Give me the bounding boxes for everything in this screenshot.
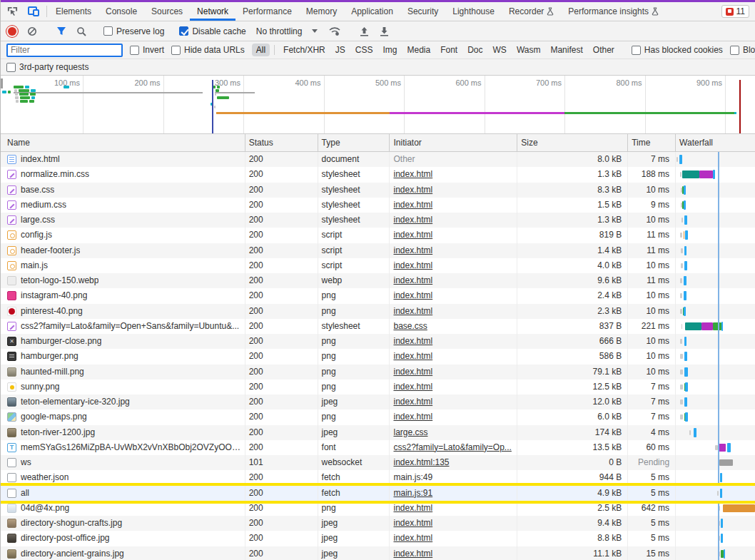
request-name-cell[interactable]: directory-post-office.jpg xyxy=(1,531,245,546)
tab-security[interactable]: Security xyxy=(400,2,445,21)
network-conditions-icon[interactable] xyxy=(328,24,342,39)
request-row-directory-ancient-grains-jpg[interactable]: directory-ancient-grains.jpg200jpegindex… xyxy=(1,546,755,560)
column-header-type[interactable]: Type xyxy=(318,134,390,151)
disable-cache-checkbox[interactable]: Disable cache xyxy=(179,26,245,36)
request-name-cell[interactable]: header-footer.js xyxy=(1,243,245,258)
column-header-initiator[interactable]: Initiator xyxy=(390,134,517,151)
request-name-cell[interactable]: TmemSYaGs126MiZpBA-UvWbX2vVnXBbObj2OVZyO… xyxy=(1,440,245,455)
request-name-cell[interactable]: 04d@4x.png xyxy=(1,501,245,516)
initiator-cell[interactable]: index.html xyxy=(390,288,517,303)
request-row-teton-river-1200-jpg[interactable]: teton-river-1200.jpg200jpeglarge.css174 … xyxy=(1,425,755,440)
initiator-cell[interactable]: index.html xyxy=(390,243,517,258)
column-header-waterfall[interactable]: Waterfall xyxy=(676,134,755,151)
invert-checkbox[interactable]: Invert xyxy=(130,45,164,55)
filter-chip-js[interactable]: JS xyxy=(331,44,350,56)
request-row-instagram-40-png[interactable]: instagram-40.png200pngindex.html2.4 kB10… xyxy=(1,288,755,303)
filter-chip-other[interactable]: Other xyxy=(589,44,619,56)
request-name-cell[interactable]: weather.json xyxy=(1,470,245,485)
checkbox[interactable] xyxy=(179,26,188,36)
filter-chip-css[interactable]: CSS xyxy=(351,44,378,56)
request-name-cell[interactable]: pinterest-40.png xyxy=(1,304,245,319)
checkbox[interactable] xyxy=(103,26,113,36)
request-name-cell[interactable]: teton-river-1200.jpg xyxy=(1,425,245,440)
request-row-hamburger-close-png[interactable]: ✕hamburger-close.png200pngindex.html666 … xyxy=(1,334,755,349)
tab-console[interactable]: Console xyxy=(98,2,144,21)
request-row-ws[interactable]: ws101websocketindex.html:1350 BPending xyxy=(1,455,755,470)
tab-recorder[interactable]: Recorder xyxy=(502,2,561,21)
request-name-cell[interactable]: css2?family=Lato&family=Open+Sans&family… xyxy=(1,319,245,334)
request-row-google-maps-png[interactable]: google-maps.png200pngindex.html6.0 kB7 m… xyxy=(1,409,755,424)
request-name-cell[interactable]: teton-logo-150.webp xyxy=(1,273,245,288)
request-name-cell[interactable]: directory-shogun-crafts.jpg xyxy=(1,516,245,531)
request-row-04d-4x-png[interactable]: 04d@4x.png200pngindex.html2.5 kB642 ms xyxy=(1,501,755,516)
filter-chip-fetch-xhr[interactable]: Fetch/XHR xyxy=(279,44,330,56)
initiator-cell[interactable]: base.css xyxy=(390,319,517,334)
request-row-config-js[interactable]: config.js200scriptindex.html819 B11 ms xyxy=(1,228,755,243)
column-header-status[interactable]: Status xyxy=(245,134,318,151)
clear-button[interactable] xyxy=(25,24,39,39)
filter-chip-media[interactable]: Media xyxy=(402,44,435,56)
tab-sources[interactable]: Sources xyxy=(144,2,190,21)
checkbox[interactable] xyxy=(6,63,16,72)
checkbox[interactable] xyxy=(632,46,641,55)
tab-elements[interactable]: Elements xyxy=(49,2,98,21)
filter-chip-manifest[interactable]: Manifest xyxy=(546,44,587,56)
third-party-checkbox[interactable]: 3rd-party requests xyxy=(6,62,88,72)
filter-chip-img[interactable]: Img xyxy=(378,44,401,56)
initiator-cell[interactable]: index.html:135 xyxy=(390,455,517,470)
initiator-cell[interactable]: index.html xyxy=(390,273,517,288)
initiator-cell[interactable]: main.js:91 xyxy=(390,486,517,501)
request-name-cell[interactable]: ✕hamburger-close.png xyxy=(1,334,245,349)
initiator-cell[interactable]: index.html xyxy=(390,394,517,409)
filter-chip-font[interactable]: Font xyxy=(436,44,462,56)
filter-toggle-icon[interactable] xyxy=(54,24,69,39)
initiator-cell[interactable]: index.html xyxy=(390,304,517,319)
tab-network[interactable]: Network xyxy=(190,2,235,21)
request-name-cell[interactable]: normalize.min.css xyxy=(1,167,245,182)
initiator-cell[interactable]: index.html xyxy=(390,183,517,198)
initiator-cell[interactable]: index.html xyxy=(390,501,517,516)
initiator-cell[interactable]: index.html xyxy=(390,213,517,228)
has-blocked-cookies-checkbox[interactable]: Has blocked cookies xyxy=(632,45,723,55)
request-name-cell[interactable]: directory-ancient-grains.jpg xyxy=(1,546,245,560)
request-name-cell[interactable]: base.css xyxy=(1,183,245,198)
filter-chip-doc[interactable]: Doc xyxy=(463,44,487,56)
tab-performance[interactable]: Performance xyxy=(235,2,299,21)
initiator-cell[interactable]: index.html xyxy=(390,228,517,243)
request-row-teton-elementary-ice-320-jpg[interactable]: teton-elementary-ice-320.jpg200jpegindex… xyxy=(1,394,755,409)
initiator-cell[interactable]: index.html xyxy=(390,167,517,182)
overview-left-handle[interactable] xyxy=(1,78,3,88)
network-overview-timeline[interactable]: 100 ms200 ms300 ms400 ms500 ms600 ms700 … xyxy=(1,76,755,134)
tab-application[interactable]: Application xyxy=(344,2,400,21)
request-row-directory-post-office-jpg[interactable]: directory-post-office.jpg200jpegindex.ht… xyxy=(1,531,755,546)
initiator-cell[interactable]: index.html xyxy=(390,531,517,546)
preserve-log-checkbox[interactable]: Preserve log xyxy=(103,26,164,36)
device-toolbar-icon[interactable] xyxy=(26,4,41,19)
request-name-cell[interactable]: config.js xyxy=(1,228,245,243)
request-name-cell[interactable]: main.js xyxy=(1,258,245,273)
request-name-cell[interactable]: large.css xyxy=(1,213,245,228)
request-row-sunny-png[interactable]: sunny.png200pngindex.html12.5 kB7 ms xyxy=(1,380,755,394)
request-name-cell[interactable]: haunted-mill.png xyxy=(1,365,245,380)
request-row-header-footer-js[interactable]: header-footer.js200scriptindex.html1.4 k… xyxy=(1,243,755,258)
import-har-icon[interactable] xyxy=(357,24,371,39)
request-row-css2-family-lato-family-open-s[interactable]: css2?family=Lato&family=Open+Sans&family… xyxy=(1,319,755,334)
request-row-large-css[interactable]: large.css200stylesheetindex.html1.3 kB10… xyxy=(1,213,755,228)
request-row-main-js[interactable]: main.js200scriptindex.html4.0 kB10 ms xyxy=(1,258,755,273)
error-count-badge[interactable]: 11 xyxy=(721,5,749,18)
request-name-cell[interactable]: sunny.png xyxy=(1,380,245,394)
initiator-cell[interactable]: index.html xyxy=(390,516,517,531)
column-header-time[interactable]: Time xyxy=(628,134,676,151)
initiator-cell[interactable]: index.html xyxy=(390,365,517,380)
initiator-cell[interactable]: index.html xyxy=(390,380,517,394)
filter-chip-ws[interactable]: WS xyxy=(489,44,511,56)
request-row-memsyags126mizpba-uvwbx2vvnxbb[interactable]: TmemSYaGs126MiZpBA-UvWbX2vVnXBbObj2OVZyO… xyxy=(1,440,755,455)
tab-lighthouse[interactable]: Lighthouse xyxy=(445,2,502,21)
hide-data-urls-checkbox[interactable]: Hide data URLs xyxy=(171,45,245,55)
request-name-cell[interactable]: instagram-40.png xyxy=(1,288,245,303)
inspect-element-icon[interactable] xyxy=(5,4,19,19)
throttling-dropdown[interactable]: No throttling xyxy=(252,25,323,38)
initiator-cell[interactable]: index.html xyxy=(390,409,517,424)
initiator-cell[interactable]: index.html xyxy=(390,349,517,364)
request-row-normalize-min-css[interactable]: normalize.min.css200stylesheetindex.html… xyxy=(1,167,755,182)
